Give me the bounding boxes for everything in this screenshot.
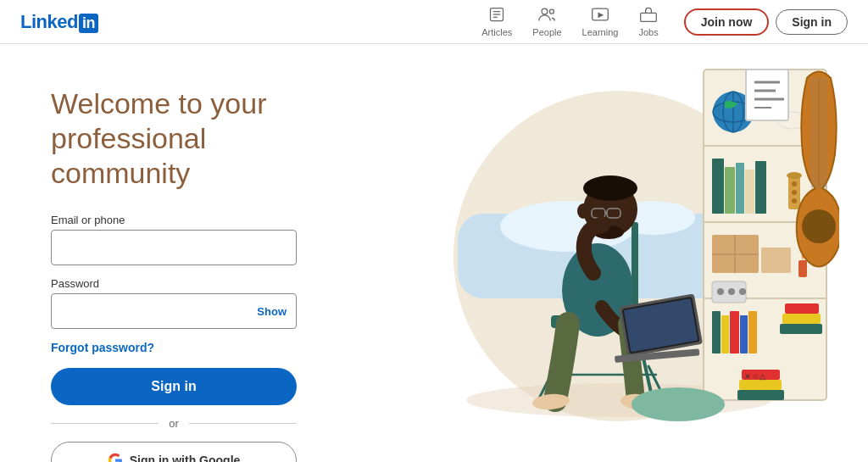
main-content: Welcome to your professional community E… <box>0 44 868 462</box>
svg-marker-7 <box>598 12 604 18</box>
svg-rect-48 <box>725 167 735 214</box>
svg-rect-87 <box>737 390 784 400</box>
svg-rect-50 <box>745 170 754 214</box>
logo-in-badge: in <box>79 14 98 33</box>
divider-line-left <box>51 423 159 424</box>
svg-point-31 <box>593 216 610 233</box>
join-now-button[interactable]: Join now <box>684 8 770 36</box>
sign-in-nav-button[interactable]: Sign in <box>776 9 848 35</box>
svg-point-63 <box>717 288 724 295</box>
nav-item-learning[interactable]: Learning <box>574 3 627 41</box>
svg-point-55 <box>792 190 797 195</box>
nav-item-articles[interactable]: Articles <box>473 3 520 41</box>
svg-rect-71 <box>780 324 822 334</box>
password-label: Password <box>51 277 331 290</box>
nav-item-jobs[interactable]: Jobs <box>630 3 666 41</box>
svg-rect-51 <box>755 161 766 214</box>
svg-point-80 <box>802 209 836 243</box>
svg-rect-68 <box>730 311 739 353</box>
hero-illustration: ✕ ○ △ <box>415 44 839 451</box>
articles-icon <box>488 6 505 25</box>
svg-rect-70 <box>748 311 757 353</box>
svg-rect-60 <box>761 248 791 273</box>
svg-point-54 <box>792 181 797 186</box>
right-panel: ✕ ○ △ <box>364 44 868 462</box>
svg-rect-8 <box>641 13 657 21</box>
nav-articles-label: Articles <box>481 27 512 37</box>
svg-rect-61 <box>798 260 807 277</box>
email-label: Email or phone <box>51 214 331 226</box>
nav-item-people[interactable]: People <box>524 3 570 41</box>
header: Linkedin Articles People <box>0 0 868 44</box>
svg-rect-81 <box>746 70 788 120</box>
svg-point-56 <box>792 198 797 203</box>
jobs-icon <box>639 6 658 25</box>
google-btn-label: Sign in with Google <box>130 454 241 462</box>
logo: Linkedin <box>20 11 98 33</box>
svg-rect-72 <box>782 314 821 324</box>
svg-point-64 <box>728 288 735 295</box>
people-icon <box>537 6 556 25</box>
email-group: Email or phone <box>51 214 331 265</box>
svg-rect-69 <box>740 315 748 353</box>
sign-in-button[interactable]: Sign in <box>51 368 297 405</box>
svg-rect-49 <box>736 163 744 214</box>
divider: or <box>51 417 297 430</box>
forgot-password-link[interactable]: Forgot password? <box>51 341 331 354</box>
main-nav: Articles People Learning <box>473 3 848 41</box>
svg-rect-88 <box>739 380 782 390</box>
learning-icon <box>591 6 609 25</box>
password-group: Password Show <box>51 277 331 329</box>
nav-buttons: Join now Sign in <box>684 8 848 36</box>
or-text: or <box>159 417 189 430</box>
svg-point-5 <box>550 9 554 14</box>
svg-rect-47 <box>712 159 724 214</box>
svg-point-25 <box>583 175 637 201</box>
svg-point-65 <box>739 288 746 295</box>
logo-text: Linkedin <box>20 11 98 33</box>
sign-in-google-button[interactable]: Sign in with Google <box>51 442 297 462</box>
svg-point-26 <box>577 203 589 219</box>
svg-point-86 <box>632 387 725 421</box>
google-icon <box>108 453 123 462</box>
nav-learning-label: Learning <box>582 27 619 37</box>
svg-point-53 <box>787 172 802 179</box>
svg-text:✕ ○ △: ✕ ○ △ <box>744 372 765 381</box>
svg-rect-73 <box>785 303 819 314</box>
divider-line-right <box>189 423 297 424</box>
show-password-button[interactable]: Show <box>257 305 287 318</box>
left-panel: Welcome to your professional community E… <box>0 44 364 462</box>
svg-rect-66 <box>712 311 721 353</box>
nav-jobs-label: Jobs <box>638 27 658 37</box>
svg-point-4 <box>542 8 548 14</box>
welcome-title: Welcome to your professional community <box>51 86 331 190</box>
password-wrapper: Show <box>51 293 297 329</box>
email-input[interactable] <box>51 230 297 265</box>
nav-people-label: People <box>532 27 561 37</box>
svg-rect-67 <box>721 315 729 353</box>
